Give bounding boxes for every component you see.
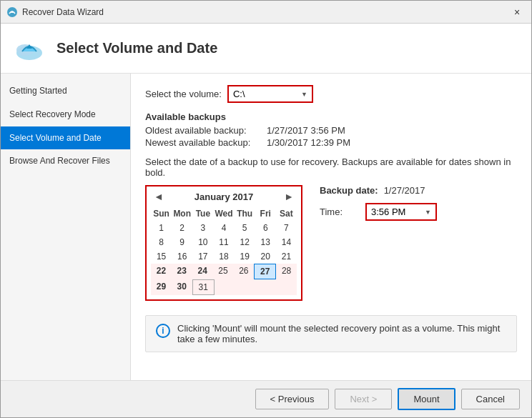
close-button[interactable]: ×	[508, 5, 526, 19]
sidebar-item-volume-date[interactable]: Select Volume and Date	[1, 126, 130, 150]
backup-date-section: Backup date: 1/27/2017 Time: 3:56 PM 12:…	[320, 185, 517, 221]
volume-row: Select the volume: C:\ D:\ E:\	[145, 85, 517, 103]
info-icon: i	[156, 324, 170, 338]
main-content: Select the volume: C:\ D:\ E:\ Available…	[131, 74, 531, 380]
time-label: Time:	[320, 206, 343, 217]
cal-header-fri: Fri	[255, 206, 276, 221]
cal-day-4[interactable]: 4	[213, 221, 234, 235]
calendar-week-4: 22 23 24 25 26 27 28	[151, 264, 297, 279]
backup-date-row: Backup date: 1/27/2017	[320, 185, 517, 196]
calendar-header-row: Sun Mon Tue Wed Thu Fri Sat	[151, 206, 297, 221]
title-bar-left: Recover Data Wizard	[6, 6, 104, 18]
cal-day-31[interactable]: 31	[192, 279, 215, 295]
content-area: Getting Started Select Recovery Mode Sel…	[1, 74, 531, 380]
app-icon	[6, 6, 18, 18]
cal-day-17[interactable]: 17	[192, 249, 213, 264]
cal-day-5[interactable]: 5	[235, 221, 255, 235]
oldest-backup-label: Oldest available backup:	[145, 125, 267, 136]
calendar-month: January 2017	[194, 191, 253, 202]
cancel-button[interactable]: Cancel	[461, 389, 520, 409]
cal-day-3[interactable]: 3	[192, 221, 213, 235]
cal-day-24[interactable]: 24	[192, 264, 213, 279]
cal-day-empty-2	[235, 279, 255, 295]
cal-day-10[interactable]: 10	[192, 235, 213, 249]
next-button[interactable]: Next >	[335, 389, 392, 409]
volume-label: Select the volume:	[145, 89, 222, 99]
cal-header-wed: Wed	[213, 206, 234, 221]
wizard-icon	[12, 31, 46, 66]
cal-day-empty-4	[276, 279, 297, 295]
cal-day-11[interactable]: 11	[213, 235, 234, 249]
cal-day-22[interactable]: 22	[151, 264, 172, 279]
cal-header-sat: Sat	[276, 206, 297, 221]
calendar-week-3: 15 16 17 18 19 20 21	[151, 249, 297, 264]
newest-backup-label: Newest available backup:	[145, 137, 267, 148]
sidebar-item-getting-started[interactable]: Getting Started	[1, 79, 130, 103]
backup-date-label: Backup date:	[320, 185, 378, 196]
cal-day-6[interactable]: 6	[255, 221, 276, 235]
cal-day-23[interactable]: 23	[172, 264, 192, 279]
newest-backup-value: 1/30/2017 12:39 PM	[267, 137, 350, 148]
newest-backup-row: Newest available backup: 1/30/2017 12:39…	[145, 137, 517, 148]
calendar-week-1: 1 2 3 4 5 6 7	[151, 221, 297, 235]
time-select[interactable]: 3:56 PM 12:39 PM	[367, 204, 435, 219]
select-date-instruction: Select the date of a backup to use for r…	[145, 156, 517, 178]
cal-day-29[interactable]: 29	[151, 279, 172, 295]
backup-info: Available backups Oldest available backu…	[145, 111, 517, 148]
window: Recover Data Wizard × Select Volume and …	[0, 0, 532, 418]
cal-day-30[interactable]: 30	[172, 279, 192, 295]
cal-day-21[interactable]: 21	[276, 249, 297, 264]
cal-day-14[interactable]: 14	[276, 235, 297, 249]
calendar-week-5: 29 30 31	[151, 279, 297, 295]
calendar-header: ◄ January 2017 ►	[151, 191, 297, 202]
header-area: Select Volume and Date	[1, 24, 531, 74]
cal-day-27[interactable]: 27	[254, 264, 276, 279]
sidebar-item-recovery-mode[interactable]: Select Recovery Mode	[1, 103, 130, 126]
cal-day-28[interactable]: 28	[276, 264, 297, 279]
cal-day-25[interactable]: 25	[213, 264, 234, 279]
cal-day-2[interactable]: 2	[172, 221, 192, 235]
footer: < Previous Next > Mount Cancel	[1, 380, 531, 417]
page-title: Select Volume and Date	[56, 40, 217, 56]
available-backups-title: Available backups	[145, 111, 517, 122]
cal-header-tue: Tue	[192, 206, 213, 221]
calendar-grid: Sun Mon Tue Wed Thu Fri Sat 1 2 3	[151, 206, 297, 295]
cal-day-16[interactable]: 16	[172, 249, 192, 264]
calendar-next-button[interactable]: ►	[281, 191, 297, 202]
sidebar-item-browse-recover[interactable]: Browse And Recover Files	[1, 149, 130, 173]
sidebar: Getting Started Select Recovery Mode Sel…	[1, 74, 131, 380]
cal-day-20[interactable]: 20	[255, 249, 276, 264]
calendar-week-2: 8 9 10 11 12 13 14	[151, 235, 297, 249]
time-row: Time: 3:56 PM 12:39 PM	[320, 203, 517, 221]
backup-date-value: 1/27/2017	[384, 185, 425, 196]
cal-day-empty-3	[255, 279, 276, 295]
cal-day-7[interactable]: 7	[276, 221, 297, 235]
info-bar: i Clicking 'Mount' will mount the select…	[145, 315, 517, 352]
cal-day-8[interactable]: 8	[151, 235, 172, 249]
oldest-backup-row: Oldest available backup: 1/27/2017 3:56 …	[145, 125, 517, 136]
volume-select[interactable]: C:\ D:\ E:\	[229, 86, 312, 101]
time-select-wrapper: 3:56 PM 12:39 PM	[365, 203, 437, 221]
cal-day-1[interactable]: 1	[151, 221, 172, 235]
title-bar-title: Recover Data Wizard	[22, 7, 104, 17]
cal-day-15[interactable]: 15	[151, 249, 172, 264]
calendar: ◄ January 2017 ► Sun Mon Tue Wed Thu Fri	[145, 185, 302, 301]
calendar-and-backup: ◄ January 2017 ► Sun Mon Tue Wed Thu Fri	[145, 185, 517, 301]
cal-day-9[interactable]: 9	[172, 235, 192, 249]
oldest-backup-value: 1/27/2017 3:56 PM	[267, 125, 345, 136]
calendar-prev-button[interactable]: ◄	[151, 191, 167, 202]
cal-day-12[interactable]: 12	[235, 235, 255, 249]
cal-day-19[interactable]: 19	[235, 249, 255, 264]
cal-day-13[interactable]: 13	[255, 235, 276, 249]
cal-header-mon: Mon	[172, 206, 192, 221]
cal-day-26[interactable]: 26	[233, 264, 254, 279]
cal-day-18[interactable]: 18	[213, 249, 234, 264]
cal-day-empty-1	[215, 279, 235, 295]
title-bar: Recover Data Wizard ×	[1, 1, 531, 24]
mount-button[interactable]: Mount	[398, 388, 455, 410]
cal-header-sun: Sun	[151, 206, 172, 221]
volume-select-wrapper: C:\ D:\ E:\	[227, 85, 313, 103]
previous-button[interactable]: < Previous	[255, 389, 330, 409]
info-text: Clicking 'Mount' will mount the selected…	[177, 323, 506, 344]
cal-header-thu: Thu	[235, 206, 255, 221]
